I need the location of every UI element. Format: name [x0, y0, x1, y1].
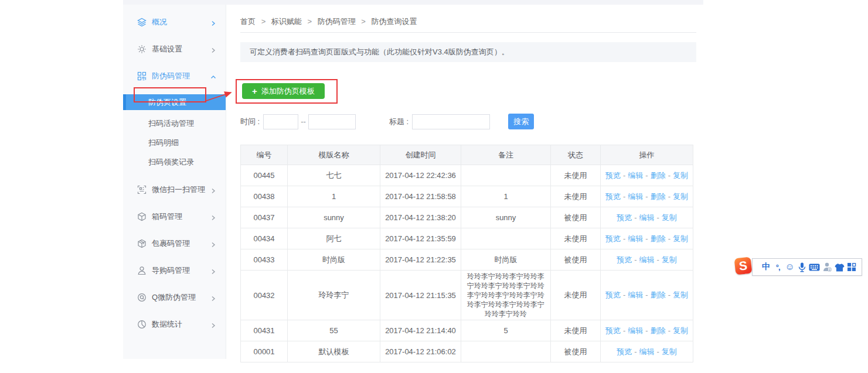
chevron-right-icon	[210, 19, 216, 25]
edit-link[interactable]: 编辑	[628, 234, 643, 243]
cell-status: 被使用	[551, 249, 601, 271]
sidebar-item-package-code[interactable]: 包裹码管理	[123, 235, 226, 252]
delete-link[interactable]: 删除	[651, 234, 666, 243]
time-from-input[interactable]	[263, 114, 298, 129]
copy-link[interactable]: 复制	[673, 290, 688, 299]
cell-status: 未使用	[551, 228, 601, 249]
edit-link[interactable]: 编辑	[628, 326, 643, 335]
edit-link[interactable]: 编辑	[639, 213, 655, 222]
copy-link[interactable]: 复制	[662, 213, 677, 222]
table-row: 00434 阿七 2017-04-12 21:35:59 未使用 预览-编辑-删…	[241, 228, 693, 249]
delete-link[interactable]: 删除	[651, 171, 666, 180]
box-icon	[137, 212, 147, 221]
sidebar-item-label: 包裹码管理	[152, 238, 210, 249]
profile-icon[interactable]	[823, 261, 832, 273]
ime-toolbar: 中 °, ☺	[752, 258, 862, 276]
delete-link[interactable]: 删除	[651, 192, 666, 201]
sidebar-item-anti-counterfeit-code[interactable]: 防伪码管理	[123, 67, 226, 85]
sidebar-item-box-code[interactable]: 箱码管理	[123, 208, 226, 225]
skin-icon[interactable]	[835, 261, 845, 273]
cell-created: 2017-04-12 21:58:58	[380, 186, 461, 207]
preview-link[interactable]: 预览	[605, 192, 621, 201]
edit-link[interactable]: 编辑	[639, 347, 655, 356]
cell-id: 00431	[241, 320, 288, 341]
range-separator: --	[301, 117, 306, 126]
preview-link[interactable]: 预览	[605, 326, 621, 335]
action-separator: -	[623, 171, 625, 180]
copy-link[interactable]: 复制	[673, 192, 688, 201]
cell-actions: 预览-编辑-复制	[601, 341, 693, 362]
cell-created: 2017-04-12 21:15:35	[380, 271, 461, 320]
menu-grid-icon[interactable]	[847, 261, 856, 273]
delete-link[interactable]: 删除	[651, 326, 666, 335]
breadcrumb-item-anti-counterfeit[interactable]: 防伪码管理	[318, 17, 356, 26]
cell-name: 时尚版	[288, 249, 380, 271]
sidebar-subitem-scan-activity[interactable]: 扫码活动管理	[123, 114, 226, 133]
cell-id: 00445	[241, 165, 288, 186]
sogou-logo-icon[interactable]: S	[734, 257, 753, 275]
sidebar-item-data-statistics[interactable]: 数据统计	[123, 316, 226, 333]
cell-name: 玲玲李宁	[288, 271, 380, 320]
cell-name: 默认模板	[288, 341, 380, 362]
sidebar-item-label: 导购码管理	[152, 265, 210, 276]
time-to-input[interactable]	[308, 114, 356, 129]
sidebar-item-overview[interactable]: 概况	[123, 13, 226, 31]
chinese-mode-icon[interactable]: 中	[761, 261, 771, 273]
preview-link[interactable]: 预览	[617, 213, 632, 222]
action-separator: -	[645, 171, 648, 180]
delete-link[interactable]: 删除	[651, 290, 666, 299]
cell-id: 00437	[241, 207, 288, 228]
sidebar-item-shopping-guide-code[interactable]: 导购码管理	[123, 262, 226, 279]
sidebar-item-label: 箱码管理	[152, 211, 210, 222]
time-filter-label: 时间 :	[240, 117, 260, 127]
microphone-icon[interactable]	[797, 261, 806, 273]
sidebar-item-label: 数据统计	[152, 319, 210, 330]
table-row: 00445 七七 2017-04-12 22:42:36 未使用 预览-编辑-删…	[241, 165, 693, 186]
chevron-right-icon	[210, 268, 216, 273]
sidebar-subitem-page-settings[interactable]: 防伪页设置	[123, 94, 226, 110]
preview-link[interactable]: 预览	[605, 234, 621, 243]
edit-link[interactable]: 编辑	[639, 255, 655, 264]
table-row: 00437 sunny 2017-04-12 21:38:20 sunny 被使…	[241, 207, 693, 228]
emoji-icon[interactable]: ☺	[785, 261, 794, 273]
preview-link[interactable]: 预览	[617, 255, 632, 264]
sidebar-subitem-label: 防伪页设置	[148, 98, 186, 107]
layers-icon	[137, 18, 147, 27]
chevron-right-icon	[210, 241, 216, 247]
chevron-right-icon	[210, 321, 216, 327]
punctuation-icon[interactable]: °,	[773, 261, 782, 273]
cell-status: 未使用	[551, 271, 601, 320]
copy-link[interactable]: 复制	[662, 255, 677, 264]
breadcrumb-item-identity[interactable]: 标识赋能	[271, 17, 302, 26]
col-header-name: 模版名称	[288, 145, 380, 165]
title-input[interactable]	[412, 114, 490, 129]
sidebar-item-q-wechat-anti-counterfeit[interactable]: Q微防伪管理	[123, 289, 226, 306]
sidebar-subitem-scan-prize-record[interactable]: 扫码领奖记录	[123, 152, 226, 172]
breadcrumb-separator: >	[307, 17, 312, 26]
action-separator: -	[657, 255, 659, 264]
cell-status: 未使用	[551, 186, 601, 207]
action-separator: -	[634, 213, 636, 222]
sidebar-subitem-scan-detail[interactable]: 扫码明细	[123, 133, 226, 152]
sidebar-item-wechat-scan[interactable]: 微信扫一扫管理	[123, 181, 226, 199]
cell-actions: 预览-编辑-删除-复制	[601, 228, 693, 249]
action-separator: -	[668, 290, 670, 299]
copy-link[interactable]: 复制	[662, 347, 677, 356]
edit-link[interactable]: 编辑	[628, 290, 643, 299]
copy-link[interactable]: 复制	[673, 234, 688, 243]
cell-id: 00438	[241, 186, 288, 207]
action-separator: -	[668, 171, 670, 180]
search-button[interactable]: 搜索	[508, 114, 534, 129]
copy-link[interactable]: 复制	[673, 326, 688, 335]
edit-link[interactable]: 编辑	[628, 192, 643, 201]
preview-link[interactable]: 预览	[605, 290, 621, 299]
add-template-button[interactable]: + 添加防伪页模板	[242, 83, 325, 99]
breadcrumb-item-home[interactable]: 首页	[240, 17, 256, 26]
table-row: 00432 玲玲李宁 2017-04-12 21:15:35 玲玲李宁玲玲李宁玲…	[241, 271, 693, 320]
keyboard-icon[interactable]	[809, 261, 820, 273]
sidebar-item-basic-settings[interactable]: 基础设置	[123, 40, 226, 58]
edit-link[interactable]: 编辑	[628, 171, 643, 180]
copy-link[interactable]: 复制	[673, 171, 688, 180]
preview-link[interactable]: 预览	[617, 347, 632, 356]
preview-link[interactable]: 预览	[605, 171, 621, 180]
